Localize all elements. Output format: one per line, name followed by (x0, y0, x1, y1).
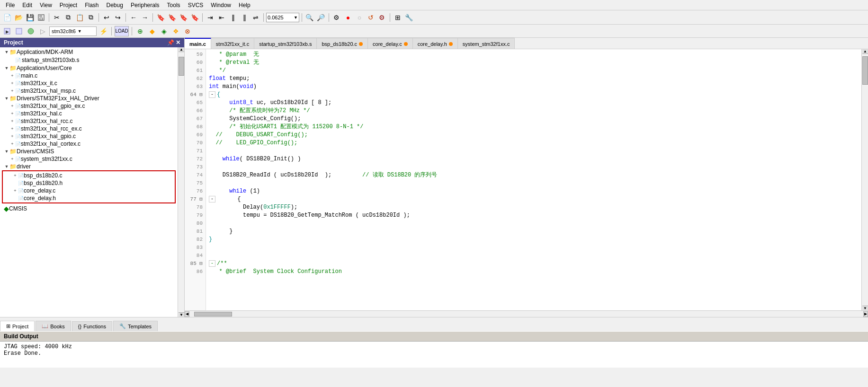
save-all-btn[interactable] (36, 12, 46, 23)
menu-help[interactable]: Help (235, 1, 254, 9)
tb2-btn3[interactable] (26, 26, 36, 36)
project-scroll-thumb[interactable] (179, 57, 184, 76)
tree-item-hal-gpio-ex[interactable]: + 📄 stm32f1xx_hal_gpio_ex.c (0, 102, 178, 110)
tree-item-hal-c[interactable]: + 📄 stm32f1xx_hal.c (0, 110, 178, 117)
find-btn[interactable]: 🔍 (304, 12, 315, 23)
bookmark2-btn[interactable]: 🔖 (167, 12, 177, 23)
tb2-icon3[interactable]: ◈ (159, 26, 169, 36)
copy-btn[interactable]: ⧉ (63, 12, 73, 23)
tree-item-hal-rcc-ex[interactable]: + 📄 stm32f1xx_hal_rcc_ex.c (0, 125, 178, 132)
redo-btn[interactable]: ↪ (113, 12, 123, 23)
magic-wand-btn[interactable]: ⚡ (98, 26, 108, 36)
tree-item-bsp-h[interactable]: 📄 bsp_ds18b20.h (3, 179, 175, 187)
tree-item-app-user[interactable]: ▼ 📁 Application/User/Core (0, 64, 178, 72)
expand-hal-cortex[interactable]: + (9, 141, 15, 147)
tab-system-stm32[interactable]: system_stm32f1xx.c (458, 38, 515, 49)
tree-item-sys-stm32[interactable]: + 📄 system_stm32f1xx.c (0, 155, 178, 163)
code-hscroll-thumb[interactable] (194, 312, 232, 317)
tb2-btn1[interactable]: ▶ (2, 26, 12, 36)
expand-app-user[interactable]: ▼ (4, 65, 9, 71)
indent4-btn[interactable]: ⇌ (251, 12, 261, 23)
menu-flash[interactable]: Flash (81, 1, 102, 9)
copy2-btn[interactable]: ⧉ (86, 12, 96, 23)
expand-sys-stm32[interactable]: + (9, 156, 15, 162)
expand-hal-rcc[interactable]: + (9, 118, 15, 124)
bottom-tab-templates[interactable]: 🔧 Templates (113, 321, 158, 331)
tab-startup[interactable]: startup_stm32f103xb.s (254, 38, 317, 49)
tab-stm32-it[interactable]: stm32f1xx_it.c (211, 38, 254, 49)
tb2-icon5[interactable]: ⊗ (182, 26, 193, 36)
nav-fwd-btn[interactable]: → (140, 12, 150, 23)
expand-drv-hal[interactable]: ▼ (4, 96, 9, 101)
more-btn[interactable]: ⚙ (377, 12, 387, 23)
zoom-dropdown-btn[interactable]: ▼ (294, 15, 298, 20)
menu-peripherals[interactable]: Peripherals (127, 1, 163, 9)
bottom-tab-project[interactable]: ⊞ Project (0, 321, 35, 331)
code-scroll-thumb[interactable] (862, 56, 868, 85)
expand-main-c[interactable]: + (9, 73, 15, 79)
code-scrollbar-y[interactable]: ▲ ▼ (861, 49, 868, 310)
paste-btn[interactable]: 📋 (74, 12, 85, 23)
reset-btn[interactable]: ↺ (366, 12, 376, 23)
debug-start-btn[interactable]: ● (343, 12, 353, 23)
tree-item-stm32-it[interactable]: + 📄 stm32f1xx_it.c (0, 79, 178, 87)
expand-drv-cmsis[interactable]: ▼ (4, 149, 9, 154)
settings-btn[interactable]: 🔧 (404, 12, 414, 23)
indent-btn[interactable]: ⇥ (205, 12, 215, 23)
expand-app-mdk[interactable]: ▼ (4, 49, 9, 55)
tree-item-drv-cmsis[interactable]: ▼ 📁 Drivers/CMSIS (0, 148, 178, 155)
debug-stop-btn[interactable]: ○ (354, 12, 365, 23)
expand-hal-rcc-ex[interactable]: + (9, 126, 15, 132)
tree-item-driver[interactable]: ▼ 📁 driver (0, 163, 178, 170)
menu-project[interactable]: Project (56, 1, 81, 9)
tree-item-startup[interactable]: 📄 startup_stm32f103xb.s (0, 56, 178, 64)
tb2-btn4[interactable]: ▷ (37, 26, 48, 36)
tab-bsp-ds18b20-c[interactable]: bsp_ds18b20.c (317, 38, 368, 49)
code-scroll-left[interactable]: ◀ (185, 311, 189, 317)
tree-item-hal-cortex[interactable]: + 📄 stm32f1xx_hal_cortex.c (0, 140, 178, 148)
bottom-tab-functions[interactable]: {} Functions (72, 321, 112, 331)
fold-64[interactable]: - (209, 91, 215, 98)
menu-view[interactable]: View (36, 1, 56, 9)
tree-item-hal-msp[interactable]: + 📄 stm32f1xx_hal_msp.c (0, 87, 178, 95)
tb2-icon2[interactable]: ◆ (147, 26, 157, 36)
indent3-btn[interactable]: ‖ (239, 12, 250, 23)
tree-item-hal-rcc[interactable]: + 📄 stm32f1xx_hal_rcc.c (0, 117, 178, 125)
undo-btn[interactable]: ↩ (101, 12, 112, 23)
expand-stm32-it[interactable]: + (9, 80, 15, 86)
scroll-down-btn[interactable]: ▼ (179, 312, 184, 317)
cut-btn[interactable]: ✂ (52, 12, 62, 23)
menu-tools[interactable]: Tools (163, 1, 184, 9)
tb2-btn2[interactable] (14, 26, 24, 36)
open-btn[interactable]: 📂 (13, 12, 24, 23)
tree-item-main-c[interactable]: + 📄 main.c (0, 72, 178, 79)
bottom-tab-books[interactable]: 📖 Books (36, 321, 71, 331)
bookmark3-btn[interactable]: 🔖 (178, 12, 188, 23)
tab-core-delay-c[interactable]: core_delay.c (368, 38, 413, 49)
expand-bsp-c[interactable]: + (12, 173, 18, 178)
load-btn[interactable]: LOAD (115, 26, 129, 36)
scroll-up-btn[interactable]: ▲ (179, 47, 184, 52)
target-arrow[interactable]: ▼ (78, 29, 82, 34)
tree-item-app-mdk[interactable]: ▼ 📁 Application/MDK-ARM (0, 48, 178, 56)
tree-item-drv-hal[interactable]: ▼ 📁 Drivers/STM32F1xx_HAL_Driver (0, 95, 178, 102)
menu-file[interactable]: File (2, 1, 18, 9)
tb2-icon1[interactable]: ⊕ (135, 26, 145, 36)
expand-hal-gpio-ex[interactable]: + (9, 103, 15, 109)
code-scroll-right[interactable]: ▶ (863, 311, 868, 317)
zoom-input[interactable] (268, 15, 294, 20)
outdent-btn[interactable]: ⇤ (216, 12, 227, 23)
code-scrollbar-x[interactable]: ◀ ▶ (185, 310, 868, 317)
expand-driver[interactable]: ▼ (4, 164, 9, 169)
project-close-btn[interactable]: ✕ (176, 39, 180, 46)
project-pin-btn[interactable]: 📌 (167, 39, 174, 46)
tree-item-core-delay-c[interactable]: + 📄 core_delay.c (3, 187, 175, 194)
tree-item-core-delay-h[interactable]: 📄 core_delay.h (3, 194, 175, 202)
replace-btn[interactable]: 🔎 (316, 12, 326, 23)
menu-debug[interactable]: Debug (103, 1, 127, 9)
menu-svcs[interactable]: SVCS (184, 1, 207, 9)
project-scrollbar[interactable]: ▲ ▼ (178, 47, 184, 317)
bookmark4-btn[interactable]: 🔖 (189, 12, 200, 23)
tb2-icon4[interactable]: ❖ (170, 26, 181, 36)
zoom-combo[interactable]: ▼ (266, 13, 299, 22)
